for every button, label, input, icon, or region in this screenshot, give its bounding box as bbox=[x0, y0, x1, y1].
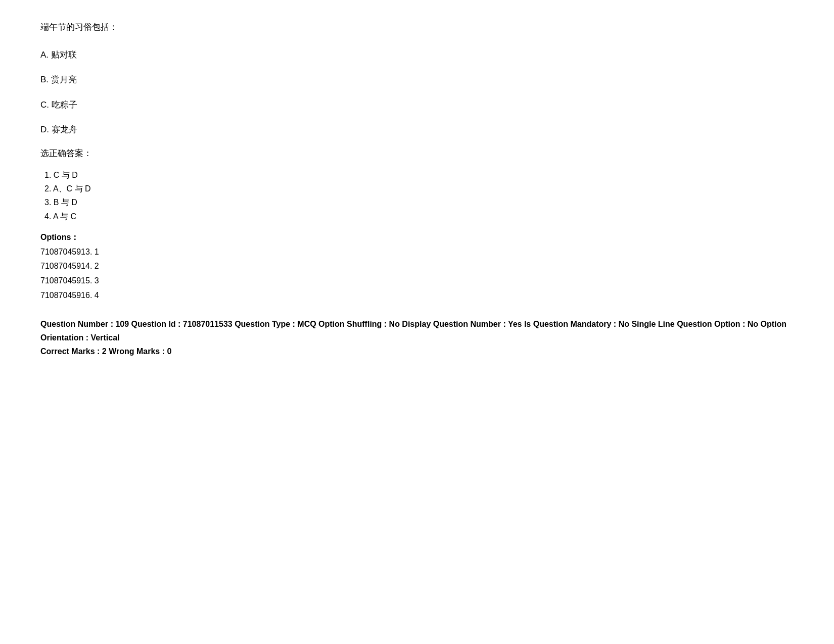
option-c-text: 吃粽子 bbox=[52, 100, 77, 110]
answer-item-4: 4. A 与 C bbox=[44, 210, 794, 223]
option-c: C. 吃粽子 bbox=[40, 98, 794, 112]
options-section: Options： 71087045913. 1 71087045914. 2 7… bbox=[40, 232, 794, 303]
option-b-label: B. bbox=[40, 75, 49, 84]
answer-item-3: 3. B 与 D bbox=[44, 195, 794, 209]
option-a-label: A. bbox=[40, 50, 49, 60]
option-d: D. 赛龙舟 bbox=[40, 123, 794, 136]
option-id-3: 71087045915. 3 bbox=[40, 274, 794, 288]
option-id-1: 71087045913. 1 bbox=[40, 245, 794, 260]
answer-item-2: 2. A、C 与 D bbox=[44, 182, 794, 195]
option-id-2: 71087045914. 2 bbox=[40, 259, 794, 274]
question-text: 端午节的习俗包括： bbox=[40, 20, 794, 34]
options-label: Options： bbox=[40, 232, 794, 243]
option-a: A. 贴对联 bbox=[40, 48, 794, 62]
option-c-label: C. bbox=[40, 100, 49, 110]
meta-section: Question Number : 109 Question Id : 7108… bbox=[40, 317, 794, 359]
option-b: B. 赏月亮 bbox=[40, 73, 794, 86]
option-d-label: D. bbox=[40, 125, 49, 134]
option-id-4: 71087045916. 4 bbox=[40, 288, 794, 303]
meta-line2: Correct Marks : 2 Wrong Marks : 0 bbox=[40, 344, 794, 358]
question-container: 端午节的习俗包括： A. 贴对联 B. 赏月亮 C. 吃粽子 D. 赛龙舟 选正… bbox=[40, 20, 794, 358]
option-a-text: 贴对联 bbox=[51, 50, 77, 60]
answer-item-1: 1. C 与 D bbox=[44, 168, 794, 182]
answer-list: 1. C 与 D 2. A、C 与 D 3. B 与 D 4. A 与 C bbox=[40, 168, 794, 223]
option-b-text: 赏月亮 bbox=[51, 75, 77, 84]
option-d-text: 赛龙舟 bbox=[52, 125, 77, 134]
meta-line1: Question Number : 109 Question Id : 7108… bbox=[40, 317, 794, 344]
correct-answer-label: 选正确答案： bbox=[40, 147, 794, 159]
options-id-list: 71087045913. 1 71087045914. 2 7108704591… bbox=[40, 245, 794, 303]
